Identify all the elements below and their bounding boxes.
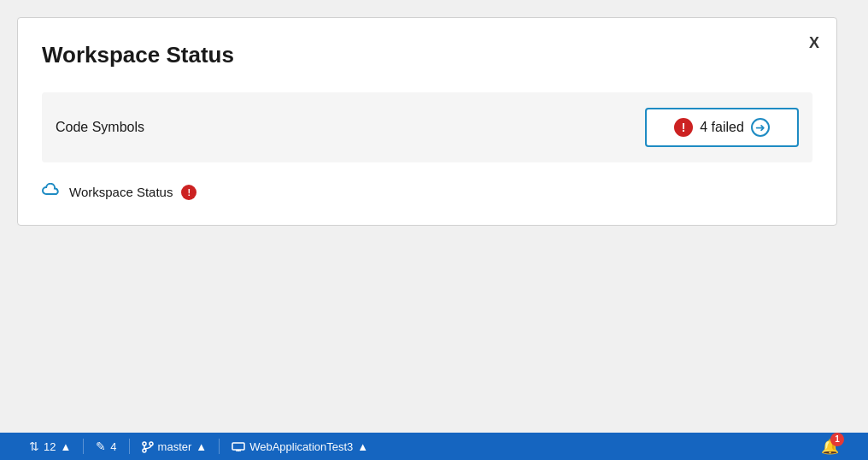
workspace-icon [232, 439, 245, 453]
failed-text: 4 failed [700, 120, 744, 135]
main-area: Workspace Status X Code Symbols ! 4 fail… [0, 0, 868, 433]
sync-count: 12 [44, 440, 56, 453]
status-item-notifications[interactable]: 🔔 1 [809, 433, 851, 460]
svg-rect-4 [232, 443, 244, 450]
sync-arrow: ▲ [60, 440, 71, 453]
status-bar: ⇅ 12 ▲ ✎ 4 master ▲ [0, 433, 868, 460]
failed-box[interactable]: ! 4 failed ➜ [645, 108, 799, 147]
row-label: Code Symbols [56, 120, 144, 135]
workspace-error-badge: ! [181, 185, 196, 200]
branch-name: master [158, 440, 192, 453]
status-item-edits[interactable]: ✎ 4 [84, 433, 128, 460]
close-button[interactable]: X [809, 35, 819, 50]
notification-badge: 1 [830, 433, 844, 446]
status-item-branch[interactable]: master ▲ [130, 433, 220, 460]
error-icon: ! [674, 118, 693, 137]
workspace-arrow: ▲ [357, 440, 368, 453]
svg-point-2 [143, 449, 146, 452]
workspace-link-label: Workspace Status [69, 185, 173, 199]
svg-point-0 [143, 442, 146, 445]
notification-icon-wrap[interactable]: 🔔 1 [821, 438, 839, 456]
cloud-icon [42, 183, 61, 201]
status-item-sync[interactable]: ⇅ 12 ▲ [17, 433, 83, 460]
sync-icon: ⇅ [29, 439, 39, 453]
svg-point-1 [150, 442, 153, 445]
status-row: Code Symbols ! 4 failed ➜ [42, 92, 812, 162]
branch-arrow: ▲ [196, 440, 207, 453]
status-item-workspace[interactable]: WebApplicationTest3 ▲ [220, 433, 380, 460]
modal-title: Workspace Status [42, 42, 812, 68]
branch-icon [142, 439, 154, 453]
workspace-name: WebApplicationTest3 [249, 440, 353, 453]
navigate-arrow-icon[interactable]: ➜ [751, 118, 770, 137]
workspace-status-modal: Workspace Status X Code Symbols ! 4 fail… [17, 17, 837, 226]
edits-count: 4 [110, 440, 116, 453]
pencil-icon: ✎ [96, 439, 106, 453]
workspace-status-link[interactable]: Workspace Status ! [42, 183, 812, 201]
